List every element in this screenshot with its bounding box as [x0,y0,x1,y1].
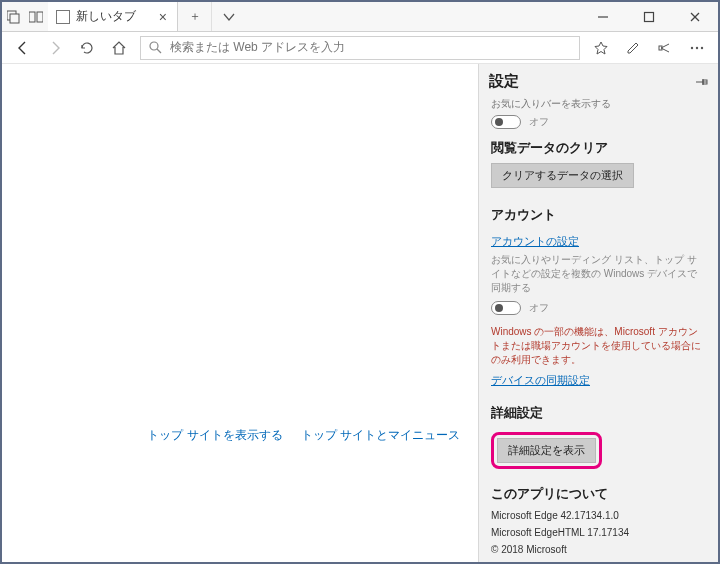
advanced-highlight: 詳細設定を表示 [491,432,602,469]
favbar-caption: お気に入りバーを表示する [491,97,706,111]
device-sync-link[interactable]: デバイスの同期設定 [491,373,590,388]
sync-desc: お気に入りやリーディング リスト、トップ サイトなどの設定を複数の Window… [491,253,706,295]
main-page: トップ サイトを表示する トップ サイトとマイニュース [2,64,478,562]
about-copyright: © 2018 Microsoft [491,543,706,556]
home-button[interactable] [108,37,130,59]
about-title: このアプリについて [491,485,706,503]
svg-point-11 [691,46,693,48]
favbar-toggle[interactable] [491,115,521,129]
settings-body: お気に入りバーを表示する オフ 閲覧データのクリア クリアするデータの選択 アカ… [479,97,718,562]
link-topsites-mynews[interactable]: トップ サイトとマイニュース [301,427,460,444]
svg-point-8 [150,42,158,50]
favbar-toggle-row: オフ [491,115,706,129]
tab-preview-icon[interactable] [28,9,44,25]
browsing-data-title: 閲覧データのクリア [491,139,706,157]
address-placeholder: 検索または Web アドレスを入力 [170,39,345,56]
tab-actions-icon[interactable] [212,2,246,31]
svg-rect-10 [659,46,662,50]
svg-rect-5 [645,12,654,21]
advanced-title: 詳細設定 [491,404,706,422]
close-tab-icon[interactable]: × [159,9,167,25]
account-title: アカウント [491,206,706,224]
show-advanced-button[interactable]: 詳細設定を表示 [497,438,596,463]
more-button[interactable] [686,37,708,59]
titlebar-left [2,2,48,31]
share-button[interactable] [654,37,676,59]
tab-new[interactable]: 新しいタブ × [48,2,178,31]
pin-icon[interactable] [694,75,708,89]
sync-toggle-row: オフ [491,301,706,315]
svg-line-9 [157,49,161,53]
titlebar: 新しいタブ × ＋ [2,2,718,32]
svg-rect-2 [29,12,35,22]
notes-button[interactable] [622,37,644,59]
account-warning: Windows の一部の機能は、Microsoft アカウントまたは職場アカウン… [491,325,706,367]
content-area: トップ サイトを表示する トップ サイトとマイニュース 設定 お気に入りバーを表… [2,64,718,562]
link-show-topsites[interactable]: トップ サイトを表示する [147,427,282,444]
toolbar: 検索または Web アドレスを入力 [2,32,718,64]
window-frame: 新しいタブ × ＋ [0,0,720,564]
svg-rect-1 [10,14,19,23]
back-button[interactable] [12,37,34,59]
clear-data-button[interactable]: クリアするデータの選択 [491,163,634,188]
sync-toggle-label: オフ [529,301,549,315]
about-version-edge: Microsoft Edge 42.17134.1.0 [491,509,706,522]
sync-toggle[interactable] [491,301,521,315]
about-version-html: Microsoft EdgeHTML 17.17134 [491,526,706,539]
search-icon [149,41,162,54]
forward-button[interactable] [44,37,66,59]
account-settings-link[interactable]: アカウントの設定 [491,234,579,249]
main-quick-links: トップ サイトを表示する トップ サイトとマイニュース [147,427,460,444]
svg-point-13 [701,46,703,48]
toolbar-right [590,37,708,59]
close-window-button[interactable] [672,2,718,31]
address-bar[interactable]: 検索または Web アドレスを入力 [140,36,580,60]
svg-point-12 [696,46,698,48]
window-controls [580,2,718,31]
favicon-placeholder [56,10,70,24]
favorites-button[interactable] [590,37,612,59]
set-aside-tabs-icon[interactable] [6,9,22,25]
maximize-button[interactable] [626,2,672,31]
refresh-button[interactable] [76,37,98,59]
favbar-toggle-label: オフ [529,115,549,129]
settings-panel: 設定 お気に入りバーを表示する オフ 閲覧データのクリア クリアするデータの選択… [478,64,718,562]
svg-rect-3 [37,12,43,22]
settings-header: 設定 [479,64,718,97]
tab-title: 新しいタブ [76,8,136,25]
settings-title: 設定 [489,72,519,91]
new-tab-button[interactable]: ＋ [178,2,212,31]
minimize-button[interactable] [580,2,626,31]
